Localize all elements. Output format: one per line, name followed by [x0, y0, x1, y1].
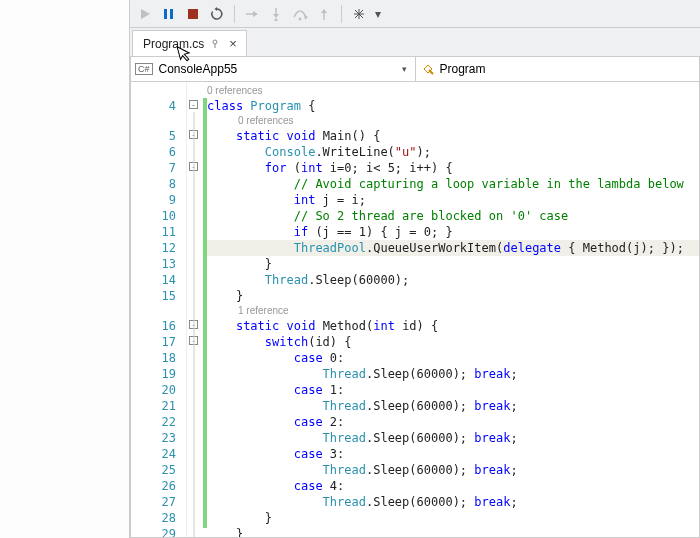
nav-bar: C# ConsoleApp55 ▾ Program	[130, 56, 700, 82]
step-into-icon[interactable]	[265, 3, 287, 25]
outlining-gutter: - - - - -	[187, 82, 203, 537]
line-number: 25	[131, 462, 186, 478]
codelens[interactable]: 0 references	[207, 84, 699, 98]
svg-rect-3	[188, 9, 198, 19]
side-gutter	[0, 0, 130, 538]
line-number: 28	[131, 510, 186, 526]
code-line[interactable]: }	[207, 288, 699, 304]
codelens[interactable]: 1 reference	[207, 304, 699, 318]
svg-point-19	[213, 40, 217, 44]
line-number: 5	[131, 128, 186, 144]
stop-icon[interactable]	[182, 3, 204, 25]
line-number: 16	[131, 318, 186, 334]
line-number: 7	[131, 160, 186, 176]
line-number: 9	[131, 192, 186, 208]
code-line[interactable]: Thread.Sleep(60000); break;	[207, 430, 699, 446]
code-line[interactable]: case 1:	[207, 382, 699, 398]
code-area[interactable]: 0 references class Program { 0 reference…	[207, 82, 699, 537]
restart-icon[interactable]	[206, 3, 228, 25]
code-line[interactable]: case 3:	[207, 446, 699, 462]
svg-point-11	[299, 17, 302, 20]
code-line[interactable]: case 4:	[207, 478, 699, 494]
line-number: 18	[131, 350, 186, 366]
line-number: 29	[131, 526, 186, 538]
code-line[interactable]: }	[207, 510, 699, 526]
tab-label: Program.cs	[143, 37, 204, 51]
line-number: 6	[131, 144, 186, 160]
close-icon[interactable]: ×	[226, 36, 240, 51]
line-number: 17	[131, 334, 186, 350]
step-over-icon[interactable]	[289, 3, 311, 25]
svg-rect-1	[164, 9, 167, 19]
code-line[interactable]: case 2:	[207, 414, 699, 430]
svg-marker-13	[321, 9, 327, 13]
code-line[interactable]: ThreadPool.QueueUserWorkItem(delegate { …	[207, 240, 699, 256]
main-panel: ▾ Program.cs × C# ConsoleApp55 ▾ Program	[130, 0, 700, 538]
codelens[interactable]: 0 references	[207, 114, 699, 128]
line-number: 23	[131, 430, 186, 446]
toolbar-separator	[234, 5, 235, 23]
svg-line-21	[429, 70, 433, 74]
document-tab-row: Program.cs ×	[130, 28, 700, 56]
code-line[interactable]: for (int i=0; i< 5; i++) {	[207, 160, 699, 176]
member-label: Program	[440, 62, 486, 76]
code-line[interactable]: case 0:	[207, 350, 699, 366]
code-line[interactable]: Thread.Sleep(60000);	[207, 272, 699, 288]
code-editor[interactable]: 4 5 6 7 8 9 10 11 12 13 14 15 16 17 18 1…	[130, 82, 700, 538]
line-number: 20	[131, 382, 186, 398]
pin-icon[interactable]	[210, 39, 220, 49]
svg-marker-6	[253, 11, 258, 17]
pause-icon[interactable]	[158, 3, 180, 25]
line-number: 15	[131, 288, 186, 304]
scope-label: ConsoleApp55	[159, 62, 238, 76]
line-number: 13	[131, 256, 186, 272]
scope-dropdown[interactable]: C# ConsoleApp55 ▾	[131, 57, 416, 81]
svg-rect-2	[170, 9, 173, 19]
svg-marker-0	[141, 9, 150, 19]
line-number-gutter: 4 5 6 7 8 9 10 11 12 13 14 15 16 17 18 1…	[131, 82, 187, 537]
line-number: 11	[131, 224, 186, 240]
svg-marker-8	[273, 14, 279, 18]
line-number: 21	[131, 398, 186, 414]
code-line[interactable]: Thread.Sleep(60000); break;	[207, 462, 699, 478]
line-number: 26	[131, 478, 186, 494]
csharp-badge-icon: C#	[135, 63, 153, 75]
line-number: 22	[131, 414, 186, 430]
step-out-icon[interactable]	[313, 3, 335, 25]
code-line[interactable]: Thread.Sleep(60000); break;	[207, 398, 699, 414]
code-line[interactable]: static void Method(int id) {	[207, 318, 699, 334]
tab-program-cs[interactable]: Program.cs ×	[132, 30, 247, 56]
code-line[interactable]: // So 2 thread are blocked on '0' case	[207, 208, 699, 224]
line-number: 8	[131, 176, 186, 192]
debug-toolbar: ▾	[130, 0, 700, 28]
svg-point-9	[275, 18, 278, 21]
line-number: 12	[131, 240, 186, 256]
line-number: 24	[131, 446, 186, 462]
code-line[interactable]: static void Main() {	[207, 128, 699, 144]
code-line[interactable]: Console.WriteLine("u");	[207, 144, 699, 160]
chevron-down-icon[interactable]: ▾	[398, 64, 411, 74]
toolbar-separator	[341, 5, 342, 23]
code-line[interactable]: if (j == 1) { j = 0; }	[207, 224, 699, 240]
threads-dropdown-icon[interactable]: ▾	[372, 3, 384, 25]
code-line[interactable]: }	[207, 526, 699, 537]
line-number: 27	[131, 494, 186, 510]
play-icon[interactable]	[134, 3, 156, 25]
code-line[interactable]: Thread.Sleep(60000); break;	[207, 494, 699, 510]
member-dropdown[interactable]: Program	[416, 57, 700, 81]
line-number: 19	[131, 366, 186, 382]
code-line[interactable]: switch(id) {	[207, 334, 699, 350]
code-line[interactable]: class Program {	[207, 98, 699, 114]
line-number: 4	[131, 98, 186, 114]
class-icon	[422, 63, 434, 75]
code-line[interactable]: Thread.Sleep(60000); break;	[207, 366, 699, 382]
line-number: 10	[131, 208, 186, 224]
code-line[interactable]: int j = i;	[207, 192, 699, 208]
show-next-statement-icon[interactable]	[241, 3, 263, 25]
svg-marker-4	[215, 7, 218, 11]
code-line[interactable]: // Avoid capturing a loop variable in th…	[207, 176, 699, 192]
line-number: 14	[131, 272, 186, 288]
code-line[interactable]: }	[207, 256, 699, 272]
threads-icon[interactable]	[348, 3, 370, 25]
